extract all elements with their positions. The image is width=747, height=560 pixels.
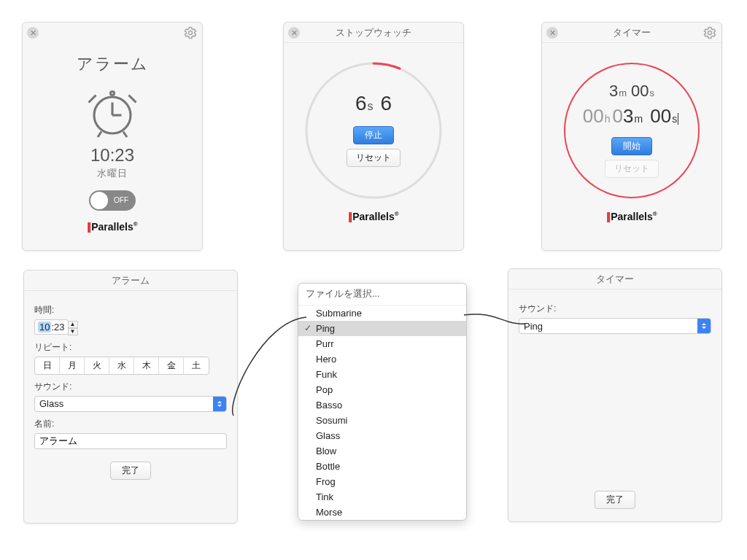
alarm-settings-panel: アラーム 時間: 10:23 ▲▼ リピート: 日 月 火 水 木 金 土 サウ… bbox=[23, 270, 238, 524]
sound-option[interactable]: Glass bbox=[298, 428, 466, 443]
gear-icon[interactable] bbox=[703, 26, 717, 40]
toggle-knob-icon bbox=[90, 192, 108, 209]
svg-point-8 bbox=[708, 31, 712, 35]
sound-option[interactable]: Sosumi bbox=[298, 413, 466, 428]
toggle-label: OFF bbox=[114, 196, 128, 204]
close-icon[interactable]: ✕ bbox=[288, 27, 300, 39]
done-button[interactable]: 完了 bbox=[110, 462, 151, 480]
done-button[interactable]: 完了 bbox=[595, 491, 635, 509]
alarm-toggle[interactable]: OFF bbox=[89, 190, 136, 211]
sound-label: サウンド: bbox=[519, 303, 711, 315]
svg-line-5 bbox=[98, 132, 101, 138]
brand-label: ||Parallels® bbox=[294, 211, 453, 222]
time-label: 時間: bbox=[34, 304, 227, 316]
brand-label: ||Parallels® bbox=[33, 221, 192, 233]
timer-dial: 3m 00s 00h03m 00s 開始 リセット bbox=[559, 58, 705, 203]
sound-option[interactable]: Purr bbox=[298, 336, 466, 351]
brand-label: ||Parallels® bbox=[552, 211, 711, 222]
reset-button: リセット bbox=[605, 160, 659, 178]
sound-label: サウンド: bbox=[34, 381, 227, 393]
sound-option[interactable]: Tink bbox=[298, 489, 466, 505]
day-button[interactable]: 金 bbox=[159, 357, 184, 374]
sound-option[interactable]: Pop bbox=[298, 382, 466, 397]
timer-title: タイマー bbox=[613, 27, 651, 38]
alarm-settings-title: アラーム bbox=[112, 275, 150, 286]
day-button[interactable]: 土 bbox=[184, 357, 209, 374]
updown-caret-icon bbox=[213, 397, 226, 411]
alarm-sound-select[interactable]: Glass bbox=[34, 396, 227, 412]
sound-option[interactable]: Hero bbox=[298, 351, 466, 367]
updown-caret-icon bbox=[697, 319, 711, 333]
sound-option[interactable]: Basso bbox=[298, 397, 466, 413]
day-button[interactable]: 木 bbox=[134, 357, 159, 374]
timer-edit-field[interactable]: 00h03m 00s bbox=[583, 105, 681, 128]
time-stepper[interactable]: ▲▼ bbox=[68, 321, 78, 335]
timer-widget: ✕ タイマー 3m 00s 00h03m 00s 開始 リセット bbox=[541, 22, 722, 251]
sound-option[interactable]: Submarine bbox=[298, 306, 466, 321]
day-button[interactable]: 火 bbox=[85, 357, 109, 374]
timer-settings-header: タイマー bbox=[508, 269, 721, 289]
svg-point-0 bbox=[189, 31, 193, 35]
timer-display: 3m 00s bbox=[609, 82, 654, 101]
stopwatch-dial: 6s 6 停止 リセット bbox=[301, 58, 446, 203]
sound-option[interactable]: Frog bbox=[298, 474, 466, 489]
repeat-label: リピート: bbox=[34, 341, 227, 354]
stop-button[interactable]: 停止 bbox=[353, 126, 394, 144]
stopwatch-header: ✕ ストップウォッチ bbox=[284, 23, 463, 43]
day-button[interactable]: 日 bbox=[35, 357, 60, 374]
day-button[interactable]: 月 bbox=[60, 357, 85, 374]
timer-sound-select[interactable]: Ping bbox=[519, 318, 711, 334]
day-button[interactable]: 水 bbox=[109, 357, 134, 374]
chevron-down-icon[interactable]: ▼ bbox=[68, 328, 78, 335]
stopwatch-widget: ✕ ストップウォッチ 6s 6 停止 リセット ||Parallels® bbox=[283, 22, 464, 251]
sound-option[interactable]: Blow bbox=[298, 443, 466, 459]
alarm-sound-value: Glass bbox=[39, 398, 63, 409]
close-icon[interactable]: ✕ bbox=[27, 27, 39, 39]
timer-header: ✕ タイマー bbox=[542, 23, 721, 43]
timer-settings-title: タイマー bbox=[596, 273, 634, 284]
alarm-time: 10:23 bbox=[33, 145, 192, 166]
alarm-title: アラーム bbox=[33, 53, 192, 75]
sound-option[interactable]: Morse bbox=[298, 505, 466, 520]
svg-point-4 bbox=[111, 92, 115, 96]
gear-icon[interactable] bbox=[183, 26, 198, 40]
sound-option[interactable]: Ping bbox=[298, 321, 466, 336]
popup-title[interactable]: ファイルを選択... bbox=[298, 284, 466, 306]
close-icon[interactable]: ✕ bbox=[546, 27, 558, 39]
alarm-day: 水曜日 bbox=[33, 167, 192, 180]
reset-button[interactable]: リセット bbox=[347, 149, 400, 167]
chevron-up-icon[interactable]: ▲ bbox=[68, 321, 78, 328]
timer-sound-value: Ping bbox=[524, 321, 543, 332]
alarm-widget-header: ✕ bbox=[23, 23, 202, 43]
timer-settings-panel: タイマー サウンド: Ping 完了 bbox=[508, 268, 722, 522]
alarm-clock-icon bbox=[83, 82, 142, 141]
alarm-widget: ✕ アラーム 10:23 水曜日 OFF ||Parallels® bbox=[22, 22, 203, 251]
repeat-day-row: 日 月 火 水 木 金 土 bbox=[34, 357, 209, 375]
stopwatch-title: ストップウォッチ bbox=[336, 27, 411, 38]
sound-popup: ファイルを選択... SubmarinePingPurrHeroFunkPopB… bbox=[298, 283, 467, 521]
time-input[interactable]: 10:23 bbox=[34, 319, 69, 335]
alarm-name-input[interactable] bbox=[34, 433, 227, 449]
start-button[interactable]: 開始 bbox=[611, 137, 652, 155]
name-label: 名前: bbox=[34, 418, 227, 430]
svg-line-6 bbox=[123, 132, 127, 138]
alarm-settings-header: アラーム bbox=[24, 271, 237, 291]
stopwatch-elapsed: 6s 6 bbox=[355, 92, 392, 115]
sound-option[interactable]: Funk bbox=[298, 367, 466, 382]
sound-option[interactable]: Bottle bbox=[298, 459, 466, 474]
